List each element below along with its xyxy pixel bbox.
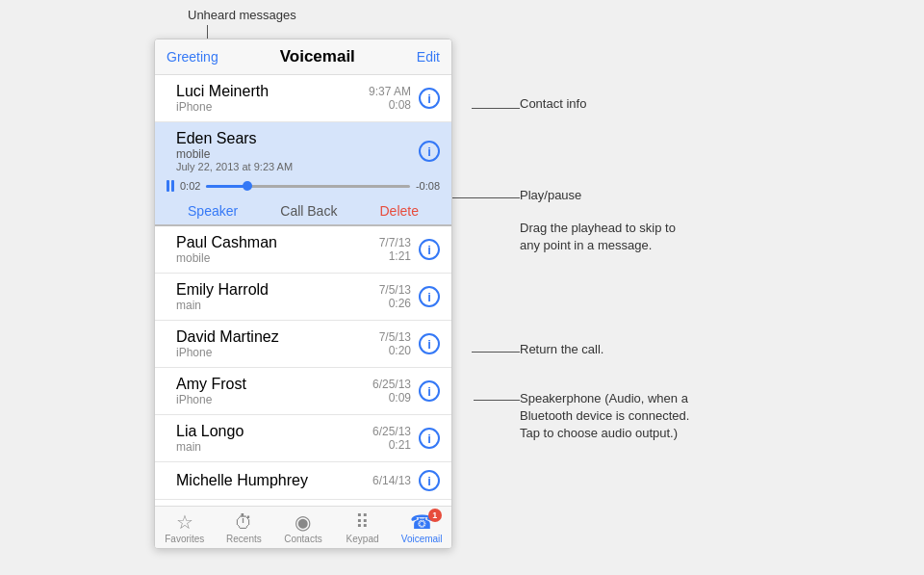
annotation-unheard: Unheard messages (188, 8, 296, 22)
tab-voicemail[interactable]: ☎ 1 Voicemail (392, 510, 451, 546)
vm-contact-info: Luci Meinerth iPhone (167, 83, 369, 114)
vm-time-info: 6/25/13 0:09 (372, 378, 411, 405)
voicemail-header: Greeting Voicemail Edit (155, 39, 451, 75)
tab-keypad[interactable]: ⠿ Keypad (333, 510, 393, 546)
vm-date: 7/5/13 (379, 330, 411, 344)
vm-date: 6/25/13 (372, 378, 411, 391)
vm-name: Luci Meinerth (176, 83, 369, 100)
tab-favorites-label: Favorites (165, 534, 204, 544)
vm-type: iPhone (176, 346, 379, 359)
vm-date: 6/25/13 (372, 425, 411, 438)
vm-contact-info: Emily Harrold main (167, 281, 379, 312)
annotation-contact: Contact info (520, 96, 586, 111)
tab-recents-label: Recents (226, 534, 262, 544)
time-remaining: -0:08 (416, 180, 440, 192)
vm-date: 6/14/13 (372, 474, 411, 487)
time-elapsed: 0:02 (180, 180, 200, 192)
annotation-return: Return the call. (520, 342, 603, 356)
vm-duration: 0:21 (389, 438, 411, 452)
vm-duration: 0:09 (389, 391, 411, 405)
annotation-speaker: Speakerphone (Audio, when a Bluetooth de… (520, 390, 712, 443)
play-pause-button[interactable] (167, 180, 174, 192)
vm-duration: 1:21 (389, 249, 411, 263)
voicemail-icon: ☎ 1 (410, 512, 434, 532)
vm-date: 7/7/13 (379, 236, 411, 249)
action-row: Speaker Call Back Delete (155, 197, 451, 225)
contact-info-button-eden[interactable]: i (419, 141, 440, 162)
vm-name: Lia Longo (176, 423, 372, 440)
vm-type: iPhone (176, 100, 369, 114)
vm-name: Emily Harrold (176, 281, 379, 299)
vm-expanded-row: Eden Sears mobile July 22, 2013 at 9:23 … (155, 122, 451, 226)
vm-duration: 0:26 (389, 297, 411, 310)
list-item[interactable]: Luci Meinerth iPhone 9:37 AM 0:08 i (155, 75, 451, 122)
progress-fill (206, 185, 246, 188)
vm-expanded-name: Eden Sears (176, 130, 419, 147)
contact-info-button[interactable]: i (419, 333, 440, 354)
list-item[interactable]: David Martinez iPhone 7/5/13 0:20 i (155, 321, 451, 368)
keypad-icon: ⠿ (355, 512, 370, 532)
vm-name: Amy Frost (176, 376, 372, 393)
annotation-return-line (472, 352, 520, 353)
speaker-button[interactable]: Speaker (188, 203, 238, 219)
playback-area: 0:02 -0:08 (155, 176, 451, 197)
progress-track[interactable] (206, 185, 410, 188)
annotation-contact-line (472, 108, 520, 109)
annotation-speaker-line (474, 400, 520, 401)
contact-info-button[interactable]: i (419, 286, 440, 307)
vm-time-info: 6/14/13 (372, 474, 411, 487)
list-item[interactable]: Emily Harrold main 7/5/13 0:26 i (155, 274, 451, 321)
vm-name: Michelle Humphrey (176, 472, 372, 489)
vm-name: David Martinez (176, 328, 379, 346)
list-item[interactable]: Lia Longo main 6/25/13 0:21 i (155, 415, 451, 462)
page-wrapper: Unheard messages Contact info Play/pause… (0, 0, 924, 575)
pause-bar-right (171, 180, 174, 192)
annotation-drag: Drag the playhead to skip to any point i… (520, 220, 693, 254)
vm-time-info: 7/5/13 0:26 (379, 283, 411, 310)
list-item[interactable]: Amy Frost iPhone 6/25/13 0:09 i (155, 368, 451, 415)
contacts-icon: ◉ (295, 512, 311, 532)
vm-contact-info: Amy Frost iPhone (167, 376, 372, 406)
tab-voicemail-label: Voicemail (401, 534, 443, 544)
list-item[interactable]: Paul Cashman mobile 7/7/13 1:21 i (155, 226, 451, 274)
vm-type: mobile (176, 251, 379, 265)
recents-icon: ⏱ (234, 512, 253, 532)
vm-contact-info: Michelle Humphrey (167, 472, 372, 489)
progress-thumb[interactable] (243, 181, 252, 191)
vm-contact-info: Paul Cashman mobile (167, 234, 379, 265)
vm-expanded-date: July 22, 2013 at 9:23 AM (176, 161, 419, 172)
playback-bar: 0:02 -0:08 (167, 180, 440, 192)
phone-frame: Greeting Voicemail Edit Luci Meinerth iP… (154, 39, 452, 549)
annotation-playpause-line (452, 197, 520, 198)
vm-contact-info: David Martinez iPhone (167, 328, 379, 359)
vm-date: 9:37 AM (369, 85, 411, 98)
voicemail-list: Luci Meinerth iPhone 9:37 AM 0:08 i Eden… (155, 75, 451, 506)
vm-time-info: 7/7/13 1:21 (379, 236, 411, 263)
vm-type: main (176, 299, 379, 312)
contact-info-button[interactable]: i (419, 88, 440, 109)
contact-info-button[interactable]: i (419, 380, 440, 402)
vm-type: main (176, 440, 372, 454)
vm-expanded-top: Eden Sears mobile July 22, 2013 at 9:23 … (155, 122, 451, 176)
delete-button[interactable]: Delete (379, 203, 418, 219)
contact-info-button[interactable]: i (419, 239, 440, 260)
favorites-icon: ☆ (176, 512, 193, 532)
tab-contacts[interactable]: ◉ Contacts (273, 510, 333, 546)
edit-button[interactable]: Edit (417, 49, 440, 65)
tab-keypad-label: Keypad (346, 534, 379, 544)
contact-info-button[interactable]: i (419, 470, 440, 491)
vm-time-info: 6/25/13 0:21 (372, 425, 411, 452)
tab-favorites[interactable]: ☆ Favorites (155, 510, 215, 546)
tab-contacts-label: Contacts (284, 534, 321, 544)
contact-info-button[interactable]: i (419, 428, 440, 449)
callback-button[interactable]: Call Back (280, 203, 337, 219)
annotation-playpause: Play/pause (520, 188, 581, 202)
voicemail-badge: 1 (428, 509, 442, 522)
pause-bar-left (167, 180, 169, 192)
list-item[interactable]: Michelle Humphrey 6/14/13 i (155, 462, 451, 500)
vm-duration: 0:08 (389, 98, 411, 112)
tab-bar: ☆ Favorites ⏱ Recents ◉ Contacts ⠿ Keypa… (155, 506, 451, 548)
greeting-button[interactable]: Greeting (167, 49, 218, 65)
vm-date: 7/5/13 (379, 283, 411, 297)
tab-recents[interactable]: ⏱ Recents (215, 510, 274, 546)
